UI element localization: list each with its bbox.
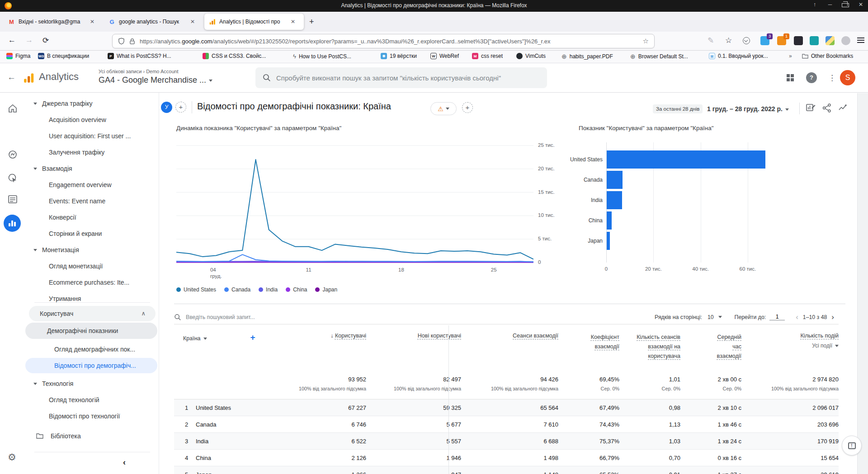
lock-icon[interactable] [129,38,135,45]
ga-back-arrow-icon[interactable]: ← [7,72,16,82]
bookmark-postcss[interactable]: PWhat is PostCSS? H... [108,53,171,59]
bar-united-states[interactable] [607,150,765,169]
add-card-button[interactable]: + [462,102,473,113]
legend-item[interactable]: China [286,286,307,293]
sidebar-group-tech[interactable]: Технологія [25,376,159,391]
sidebar-item-acquisition-overview[interactable]: Acquisition overview [25,112,159,127]
report-user-avatar[interactable]: У [161,102,172,113]
data-warning-chip[interactable]: ⚠ [430,102,457,115]
ga-search-input[interactable] [276,74,529,82]
account-icon[interactable] [841,36,850,45]
date-range-selector[interactable]: 1 груд. – 28 груд. 2022 р. [707,105,789,113]
add-dimension-button[interactable]: + [250,333,255,342]
other-bookmarks-folder[interactable]: Other Bookmarks [802,53,853,59]
column-header-sessions-per-user[interactable]: Кількість сеансів взаємодії на користува… [619,325,680,371]
reports-icon-active[interactable] [4,215,21,232]
sidebar-item-library[interactable]: Бібліотека [25,428,159,444]
window-restore-button[interactable] [842,1,849,9]
bookmark-css-reset[interactable]: Mcss reset [472,53,503,59]
library-star-icon[interactable]: ☆ [725,36,732,45]
sidebar-item-events[interactable]: Events: Event name [25,193,159,209]
sidebar-item-user-acquisition[interactable]: User acquisition: First user ... [25,128,159,144]
collapse-sidebar-icon[interactable]: ‹ [123,458,126,467]
goto-page-input[interactable] [769,314,785,320]
insights-icon[interactable] [838,103,848,113]
bookmark-star-icon[interactable]: ☆ [643,37,649,45]
sidebar-item-demographics-overview[interactable]: Огляд демографічних пок... [25,342,159,357]
table-search-input[interactable] [186,314,303,320]
bookmark-vimcuts[interactable]: VimCuts [516,53,546,59]
save-icon[interactable] [810,36,819,45]
tab-close-icon[interactable]: ✕ [190,19,195,25]
help-icon[interactable]: ? [806,72,817,83]
user-avatar[interactable]: S [840,70,855,85]
extension-misc-icon[interactable] [826,36,835,45]
column-header-avg-engagement-time[interactable]: Середній час взаємодії [680,325,741,371]
share-icon[interactable] [822,103,832,113]
sidebar-item-tech-overview[interactable]: Огляд технологій [25,392,159,408]
column-header-engaged-sessions[interactable]: Сеанси взаємодії [461,325,558,371]
window-close-button[interactable]: ✕ [857,1,864,9]
customize-report-icon[interactable] [806,103,816,113]
new-tab-button[interactable]: + [309,17,314,27]
bookmark-figma[interactable]: Figma [6,53,30,59]
extension-notify-icon[interactable]: 1 [777,36,786,45]
bar-china[interactable] [607,211,612,230]
line-chart[interactable] [176,142,533,263]
breadcrumb[interactable]: Усі облікові записи › Demo Account [99,69,179,74]
sidebar-group-monetization[interactable]: Монетизація [25,242,159,258]
bookmark-lesson[interactable]: ▣0.1. Вводный урок... [709,53,768,59]
column-header-new-users[interactable]: Нові користувачі [366,325,461,371]
bookmark-css[interactable]: CSS и CSS3. Свойс... [203,53,266,59]
more-options-icon[interactable]: ⋮ [828,73,836,83]
bookmark-spec[interactable]: W3В спецификации [38,53,89,59]
configure-icon[interactable] [8,195,18,204]
column-header-event-count[interactable]: Кількість подійУсі події [741,325,839,371]
back-button[interactable]: ← [8,36,16,45]
dimension-header[interactable]: Країна+ [174,325,275,371]
bookmark-verstki[interactable]: ✱19 вёрстки [381,53,417,59]
shield-icon[interactable] [118,38,125,45]
sidebar-section-user[interactable]: Користувач ∧ [29,306,156,321]
add-collaborator-button[interactable]: + [175,102,186,113]
sidebar-item-conversions[interactable]: Конверсії [25,210,159,225]
legend-item[interactable]: Canada [224,286,250,293]
scroll-track[interactable] [857,93,868,474]
column-header-users[interactable]: ↓ Користувачі [275,325,366,371]
sidebar-item-engagement-overview[interactable]: Engagement overview [25,177,159,192]
prev-page-icon[interactable]: ‹ [791,313,803,322]
column-header-engagement-rate[interactable]: Коефіцієнт взаємодії [558,325,619,371]
sidebar-item-pages-screens[interactable]: Сторінки й екрани [25,226,159,241]
bar-japan[interactable] [607,232,610,250]
forward-button[interactable]: → [25,36,33,45]
extension-ghostery-icon[interactable]: 3 [760,36,769,45]
chevron-down-icon[interactable] [718,316,722,318]
legend-item[interactable]: Japan [315,286,337,293]
edit-icon[interactable]: ✎ [708,36,714,45]
ga-search-bar[interactable] [255,67,547,88]
sidebar-group-demographics[interactable]: Демографічні показники [25,323,157,339]
next-page-icon[interactable]: › [827,313,839,322]
window-minimize-button[interactable]: ─ [826,1,834,9]
home-icon[interactable] [8,103,18,113]
bookmarks-overflow-button[interactable]: » [789,53,792,59]
menu-icon[interactable] [857,38,864,43]
bar-canada[interactable] [607,171,623,189]
property-selector[interactable]: GA4 - Google Merchandise ... [99,75,212,85]
tab-google-search[interactable]: G google analytics - Пошук ✕ [104,14,202,30]
feedback-button[interactable]: ! [842,436,862,455]
url-bar[interactable]: https://analytics.google.com/analytics/w… [112,34,655,48]
rows-per-page-value[interactable]: 10 [708,314,714,320]
reload-button[interactable]: ⟳ [42,36,49,45]
sidebar-item-traffic-acquisition[interactable]: Залучення трафіку [25,145,159,160]
tab-analytics-active[interactable]: Analytics | Відомості про ✕ [204,14,304,30]
legend-item[interactable]: India [259,286,278,293]
sidebar-item-ecommerce-purchases[interactable]: Ecommerce purchases: Ite... [25,275,159,290]
sidebar-group-traffic[interactable]: Джерела трафіку [25,96,159,111]
sidebar-item-demographic-details-selected[interactable]: Відомості про демографіч... [25,358,157,373]
sidebar-item-monetization-overview[interactable]: Огляд монетизації [25,258,159,274]
explore-icon[interactable] [8,150,18,160]
sidebar-item-retention[interactable]: Утримання [25,291,159,306]
tab-close-icon[interactable]: ✕ [291,19,295,25]
sidebar-item-tech-details[interactable]: Відомості про технології [25,408,159,424]
